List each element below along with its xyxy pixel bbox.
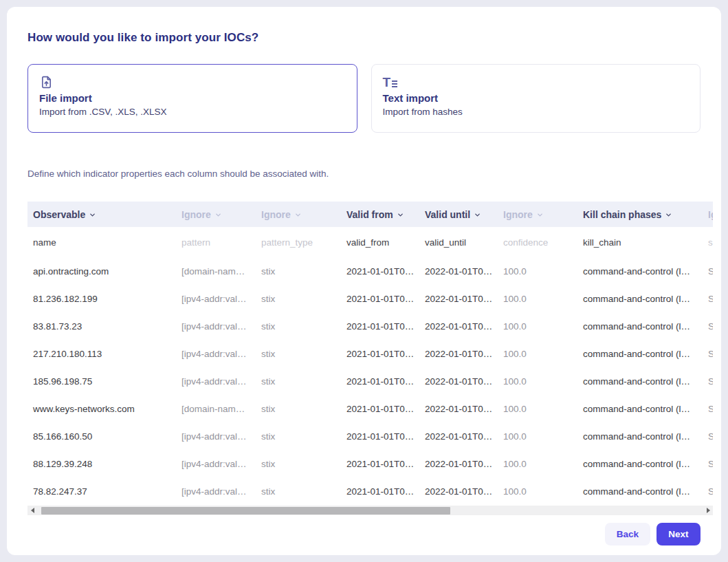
- table-cell: [ipv4-addr:val…: [176, 321, 256, 332]
- mapping-table: ObservableIgnoreIgnoreValid fromValid un…: [27, 202, 713, 505]
- next-button[interactable]: Next: [657, 523, 701, 545]
- file-import-subtitle: Import from .CSV, .XLS, .XLSX: [39, 107, 346, 117]
- table-row: 217.210.180.113[ipv4-addr:val…stix2021-0…: [27, 340, 713, 367]
- table-cell: stix: [256, 404, 341, 414]
- table-row: 85.166.160.50[ipv4-addr:val…stix2021-01-…: [27, 422, 713, 450]
- scroll-left-arrow-icon[interactable]: [27, 506, 37, 515]
- file-import-title: File import: [39, 92, 346, 104]
- scrollbar-track[interactable]: [37, 506, 703, 515]
- scroll-right-arrow-icon[interactable]: [703, 506, 713, 515]
- table-cell: 2021-01-01T0…: [341, 404, 419, 414]
- table-cell: S: [703, 376, 713, 387]
- table-cell: [ipv4-addr:val…: [176, 349, 256, 359]
- column-header-valid-until[interactable]: Valid until: [419, 209, 498, 220]
- file-import-card[interactable]: File import Import from .CSV, .XLS, .XLS…: [27, 64, 357, 133]
- table-cell: S: [703, 349, 713, 359]
- table-cell: S: [703, 294, 713, 304]
- chevron-down-icon: [474, 211, 481, 219]
- chevron-down-icon: [536, 211, 544, 219]
- text-import-subtitle: Import from hashes: [383, 107, 690, 117]
- table-cell: [ipv4-addr:val…: [176, 486, 256, 497]
- table-cell: 2022-01-01T0…: [419, 321, 498, 332]
- table-cell: 2021-01-01T0…: [341, 486, 419, 497]
- table-cell: [domain-nam…: [176, 404, 256, 414]
- table-cell: S: [703, 431, 713, 442]
- column-header-valid-from[interactable]: Valid from: [341, 209, 419, 220]
- column-header-ignore[interactable]: Ignore: [498, 209, 577, 220]
- text-import-title: Text import: [383, 92, 690, 104]
- table-cell: command-and-control (l…: [577, 266, 703, 277]
- table-cell: command-and-control (l…: [577, 294, 703, 304]
- source-column-name: kill_chain: [577, 237, 703, 248]
- table-cell: 2022-01-01T0…: [419, 376, 498, 387]
- source-column-name: valid_until: [419, 237, 498, 248]
- source-column-name: pattern_type: [256, 237, 341, 248]
- table-row: 83.81.73.23[ipv4-addr:val…stix2021-01-01…: [27, 312, 713, 340]
- horizontal-scrollbar[interactable]: [27, 506, 713, 515]
- column-header-label: Valid until: [425, 209, 470, 220]
- column-header-observable[interactable]: Observable: [27, 209, 176, 220]
- table-row: 78.82.247.37[ipv4-addr:val…stix2021-01-0…: [27, 477, 713, 505]
- chevron-down-icon: [397, 211, 404, 219]
- column-header-label: Ignore: [181, 209, 211, 220]
- source-column-name: confidence: [498, 237, 577, 248]
- table-cell: S: [703, 266, 713, 277]
- table-cell: 2022-01-01T0…: [419, 266, 498, 277]
- table-cell: 100.0: [498, 266, 577, 277]
- table-header-row: ObservableIgnoreIgnoreValid fromValid un…: [27, 202, 713, 227]
- table-cell: command-and-control (l…: [577, 404, 703, 414]
- table-cell: stix: [256, 376, 341, 387]
- table-cell: 78.82.247.37: [27, 486, 176, 497]
- chevron-down-icon: [89, 211, 96, 219]
- table-cell: 2021-01-01T0…: [341, 349, 419, 359]
- table-cell: 100.0: [498, 349, 577, 359]
- table-cell: command-and-control (l…: [577, 431, 703, 442]
- table-cell: stix: [256, 431, 341, 442]
- table-cell: command-and-control (l…: [577, 321, 703, 332]
- column-header-ignore[interactable]: Ignore: [703, 209, 713, 220]
- table-cell: 100.0: [498, 321, 577, 332]
- back-button[interactable]: Back: [605, 523, 650, 545]
- table-cell: 2022-01-01T0…: [419, 431, 498, 442]
- table-cell: 100.0: [498, 294, 577, 304]
- table-cell: 2021-01-01T0…: [341, 266, 419, 277]
- table-cell: command-and-control (l…: [577, 459, 703, 469]
- table-cell: [ipv4-addr:val…: [176, 376, 256, 387]
- table-cell: www.keys-networks.com: [27, 404, 176, 414]
- table-cell: stix: [256, 321, 341, 332]
- source-column-name: s: [703, 237, 713, 248]
- table-cell: 2022-01-01T0…: [419, 459, 498, 469]
- column-header-ignore[interactable]: Ignore: [256, 209, 341, 220]
- table-cell: stix: [256, 459, 341, 469]
- table-cell: 100.0: [498, 486, 577, 497]
- table-cell: 100.0: [498, 431, 577, 442]
- table-cell: stix: [256, 486, 341, 497]
- column-header-label: Valid from: [346, 209, 393, 220]
- table-cell: S: [703, 321, 713, 332]
- table-cell: stix: [256, 349, 341, 359]
- table-cell: command-and-control (l…: [577, 486, 703, 497]
- table-cell: command-and-control (l…: [577, 376, 703, 387]
- scrollbar-thumb[interactable]: [41, 507, 450, 515]
- table-cell: stix: [256, 266, 341, 277]
- text-lines-icon: T: [383, 74, 690, 90]
- table-cell: 2022-01-01T0…: [419, 486, 498, 497]
- table-cell: 2021-01-01T0…: [341, 294, 419, 304]
- file-upload-icon: [39, 74, 346, 90]
- table-cell: 85.166.160.50: [27, 431, 176, 442]
- column-header-ignore[interactable]: Ignore: [176, 209, 256, 220]
- text-import-card[interactable]: T Text import Import from hashes: [371, 64, 701, 133]
- column-header-label: Ignore: [261, 209, 291, 220]
- table-property-row: namepatternpattern_typevalid_fromvalid_u…: [27, 227, 713, 257]
- table-cell: [ipv4-addr:val…: [176, 294, 256, 304]
- table-cell: stix: [256, 294, 341, 304]
- column-header-label: Kill chain phases: [583, 209, 661, 220]
- table-cell: 185.96.198.75: [27, 376, 176, 387]
- import-wizard-panel: How would you like to import your IOCs? …: [7, 7, 721, 555]
- table-cell: S: [703, 404, 713, 414]
- mapping-instruction: Define which indicator properties each c…: [27, 169, 701, 179]
- table-cell: api.ontracting.com: [27, 266, 176, 277]
- table-cell: [domain-nam…: [176, 266, 256, 277]
- column-header-kill-chain-phases[interactable]: Kill chain phases: [577, 209, 703, 220]
- wizard-footer: Back Next: [27, 523, 701, 545]
